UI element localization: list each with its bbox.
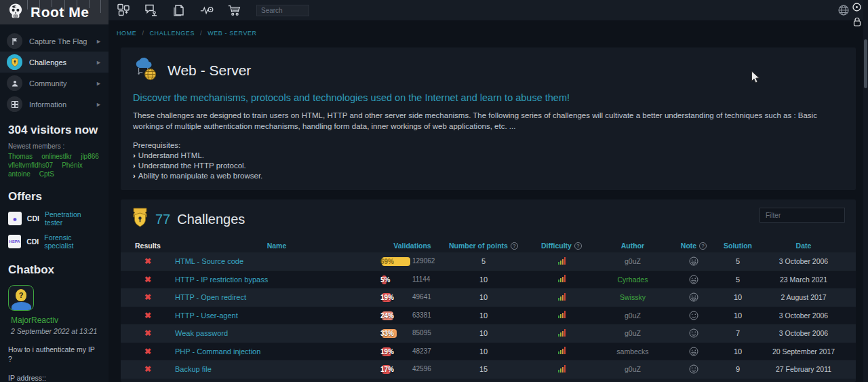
validation-count: 48237 xyxy=(412,343,431,361)
challenge-link[interactable]: HTTP - User-agent xyxy=(175,311,238,320)
member-link[interactable]: jlp866 xyxy=(81,153,99,160)
sidebar-item-challenges[interactable]: Challenges ► xyxy=(0,52,108,73)
column-header-difficulty[interactable]: Difficulty? xyxy=(521,242,602,250)
sidebar-item-label: Capture The Flag xyxy=(29,37,87,45)
logo[interactable]: Root Me xyxy=(0,0,108,24)
sidebar-item-community[interactable]: Community ► xyxy=(0,73,108,94)
sidebar-item-information[interactable]: Information ► xyxy=(0,94,108,115)
author-link[interactable]: Swissky xyxy=(620,293,646,301)
challenge-link[interactable]: Backup file xyxy=(175,365,212,373)
solution-cell[interactable]: 7 xyxy=(724,329,751,337)
scrollbar-thumb[interactable] xyxy=(864,39,867,88)
challenge-link[interactable]: HTML - Source code xyxy=(175,257,243,265)
author-cell: Swissky xyxy=(602,293,663,301)
column-header-name[interactable]: Name xyxy=(175,242,378,250)
table-header-row: Results Name Validations Number of point… xyxy=(121,239,856,252)
filter-input[interactable] xyxy=(760,208,845,223)
globe-language-icon[interactable] xyxy=(836,3,851,18)
note-emoji-icon xyxy=(663,311,724,320)
target-icon[interactable] xyxy=(852,2,862,15)
date-cell: 2 August 2017 xyxy=(751,293,856,301)
column-header-points[interactable]: Number of points? xyxy=(446,242,521,250)
column-header-author[interactable]: Author xyxy=(602,242,663,250)
challenge-link[interactable]: Weak password xyxy=(175,329,228,337)
author-link[interactable]: g0uZ xyxy=(625,311,641,320)
challenge-name-cell: Weak password xyxy=(175,329,378,337)
solution-cell[interactable]: 5 xyxy=(724,257,751,265)
member-link[interactable]: onlinestlkr xyxy=(41,153,72,160)
not-validated-icon: ✖ xyxy=(144,328,151,338)
member-link[interactable]: Thomas xyxy=(8,153,33,160)
shield-badge-icon xyxy=(132,208,149,231)
offer-link[interactable]: Forensic specialist xyxy=(44,233,100,250)
scrollbar[interactable] xyxy=(863,0,868,382)
author-link[interactable]: g0uZ xyxy=(625,257,641,265)
difficulty-cell xyxy=(521,293,602,302)
cart-icon[interactable] xyxy=(227,3,242,18)
breadcrumb-home-link[interactable]: HOME xyxy=(117,30,136,37)
lock-icon[interactable] xyxy=(852,17,862,30)
breadcrumb-challenges-link[interactable]: CHALLENGES xyxy=(150,30,195,37)
solution-cell[interactable]: 10 xyxy=(724,293,751,301)
search-input[interactable] xyxy=(256,5,309,16)
sidebar-nav: Capture The Flag ► Challenges ► Communit… xyxy=(0,31,108,115)
column-header-date[interactable]: Date xyxy=(751,242,856,250)
column-header-validations[interactable]: Validations xyxy=(378,242,446,250)
newest-members-label: Newest members : xyxy=(8,142,100,150)
author-link[interactable]: g0uZ xyxy=(625,329,641,337)
author-cell: sambecks xyxy=(602,347,663,356)
sidebar: Root Me Capture The Flag ► Challenges ► … xyxy=(0,0,108,382)
help-icon[interactable]: ? xyxy=(574,242,582,250)
difficulty-bars-icon xyxy=(558,329,566,337)
member-link[interactable]: antoine xyxy=(8,170,31,178)
challenge-link[interactable]: HTTP - IP restriction bypass xyxy=(175,275,268,284)
thread-decoration xyxy=(64,0,65,12)
validation-count: 11144 xyxy=(412,271,430,289)
author-link[interactable]: Cyrhades xyxy=(618,275,648,284)
thread-decoration xyxy=(39,0,40,15)
note-emoji-icon xyxy=(663,328,724,338)
member-link[interactable]: vfleltvmfldhs07 xyxy=(8,161,53,169)
avatar[interactable]: ? xyxy=(8,285,34,311)
column-header-solution[interactable]: Solution xyxy=(724,242,751,250)
solution-cell[interactable]: 5 xyxy=(724,275,751,284)
chat-message: IP address:: REDACTED is not authorized … xyxy=(8,373,100,382)
column-header-note[interactable]: Note? xyxy=(663,242,724,250)
validations-cell: 19% 49641 xyxy=(378,288,446,307)
breadcrumb-current[interactable]: WEB - SERVER xyxy=(208,30,257,37)
activity-target-icon[interactable] xyxy=(199,3,214,18)
help-icon[interactable]: ? xyxy=(511,242,518,250)
column-header-results[interactable]: Results xyxy=(121,242,175,250)
challenges-grid-icon[interactable] xyxy=(116,3,131,18)
member-link[interactable]: CptS xyxy=(39,170,54,178)
challenge-link[interactable]: HTTP - Open redirect xyxy=(175,293,246,301)
difficulty-bars-icon xyxy=(558,347,566,354)
validations-cell: 33% 85095 xyxy=(378,324,446,343)
table-row: ✖ Weak password 33% 85095 10 g0uZ 7 3 Oc… xyxy=(121,324,856,343)
sidebar-item-label: Challenges xyxy=(29,58,66,66)
thread-decoration xyxy=(52,0,52,7)
author-link[interactable]: sambecks xyxy=(616,347,648,356)
not-validated-icon: ✖ xyxy=(144,364,151,374)
chat-username-link[interactable]: MajorReactiv xyxy=(11,316,100,325)
sidebar-item-capture-the-flag[interactable]: Capture The Flag ► xyxy=(0,31,108,52)
author-link[interactable]: g0uZ xyxy=(625,365,641,373)
solution-cell[interactable]: 9 xyxy=(724,365,751,373)
prerequisite-item: ›Understand HTML. xyxy=(133,151,844,159)
challenge-name-cell: HTTP - User-agent xyxy=(175,311,378,320)
documents-icon[interactable] xyxy=(172,3,186,18)
challenge-link[interactable]: PHP - Command injection xyxy=(175,347,260,356)
points-cell: 10 xyxy=(446,311,521,320)
validation-percent-label: 19% xyxy=(380,293,394,302)
solution-cell[interactable]: 10 xyxy=(724,311,751,320)
solution-cell[interactable]: 10 xyxy=(724,347,751,356)
offer-link[interactable]: Penetration tester xyxy=(45,210,100,227)
member-link[interactable]: Phénix xyxy=(62,161,83,169)
difficulty-cell xyxy=(521,275,602,284)
community-chat-icon[interactable] xyxy=(144,3,159,18)
help-icon[interactable]: ? xyxy=(699,242,707,250)
points-cell: 15 xyxy=(446,365,521,373)
category-subtitle: Discover the mechanisms, protocols and t… xyxy=(133,92,844,103)
note-emoji-icon xyxy=(663,275,724,284)
points-cell: 5 xyxy=(446,257,521,265)
